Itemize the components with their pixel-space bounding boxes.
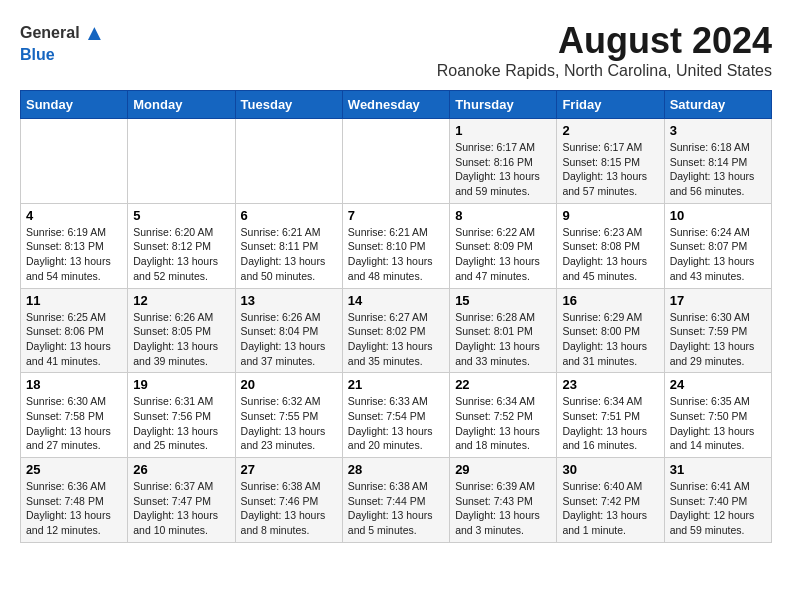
day-number: 22 [455, 377, 551, 392]
day-info: Sunrise: 6:24 AMSunset: 8:07 PMDaylight:… [670, 225, 766, 284]
day-info: Sunrise: 6:28 AMSunset: 8:01 PMDaylight:… [455, 310, 551, 369]
calendar-cell: 27Sunrise: 6:38 AMSunset: 7:46 PMDayligh… [235, 458, 342, 543]
day-info: Sunrise: 6:41 AMSunset: 7:40 PMDaylight:… [670, 479, 766, 538]
day-number: 7 [348, 208, 444, 223]
calendar-header-friday: Friday [557, 91, 664, 119]
day-info: Sunrise: 6:18 AMSunset: 8:14 PMDaylight:… [670, 140, 766, 199]
title-section: August 2024 Roanoke Rapids, North Caroli… [437, 20, 772, 80]
calendar-table: SundayMondayTuesdayWednesdayThursdayFrid… [20, 90, 772, 543]
day-number: 19 [133, 377, 229, 392]
day-number: 1 [455, 123, 551, 138]
day-number: 6 [241, 208, 337, 223]
day-number: 11 [26, 293, 122, 308]
day-number: 3 [670, 123, 766, 138]
day-info: Sunrise: 6:35 AMSunset: 7:50 PMDaylight:… [670, 394, 766, 453]
day-number: 28 [348, 462, 444, 477]
calendar-week-row: 1Sunrise: 6:17 AMSunset: 8:16 PMDaylight… [21, 119, 772, 204]
calendar-cell: 26Sunrise: 6:37 AMSunset: 7:47 PMDayligh… [128, 458, 235, 543]
day-info: Sunrise: 6:21 AMSunset: 8:10 PMDaylight:… [348, 225, 444, 284]
calendar-cell [21, 119, 128, 204]
logo-general-text: General [20, 24, 80, 42]
day-number: 23 [562, 377, 658, 392]
calendar-cell: 11Sunrise: 6:25 AMSunset: 8:06 PMDayligh… [21, 288, 128, 373]
calendar-cell: 24Sunrise: 6:35 AMSunset: 7:50 PMDayligh… [664, 373, 771, 458]
day-info: Sunrise: 6:31 AMSunset: 7:56 PMDaylight:… [133, 394, 229, 453]
calendar-cell: 3Sunrise: 6:18 AMSunset: 8:14 PMDaylight… [664, 119, 771, 204]
day-number: 9 [562, 208, 658, 223]
calendar-cell: 6Sunrise: 6:21 AMSunset: 8:11 PMDaylight… [235, 203, 342, 288]
day-number: 29 [455, 462, 551, 477]
day-number: 31 [670, 462, 766, 477]
day-number: 13 [241, 293, 337, 308]
subtitle: Roanoke Rapids, North Carolina, United S… [437, 62, 772, 80]
calendar-cell: 2Sunrise: 6:17 AMSunset: 8:15 PMDaylight… [557, 119, 664, 204]
calendar-cell: 10Sunrise: 6:24 AMSunset: 8:07 PMDayligh… [664, 203, 771, 288]
calendar-cell: 22Sunrise: 6:34 AMSunset: 7:52 PMDayligh… [450, 373, 557, 458]
day-info: Sunrise: 6:26 AMSunset: 8:05 PMDaylight:… [133, 310, 229, 369]
calendar-cell: 12Sunrise: 6:26 AMSunset: 8:05 PMDayligh… [128, 288, 235, 373]
logo-bird-icon: ▲ [84, 20, 106, 46]
day-info: Sunrise: 6:20 AMSunset: 8:12 PMDaylight:… [133, 225, 229, 284]
calendar-cell: 30Sunrise: 6:40 AMSunset: 7:42 PMDayligh… [557, 458, 664, 543]
calendar-header-tuesday: Tuesday [235, 91, 342, 119]
calendar-cell: 4Sunrise: 6:19 AMSunset: 8:13 PMDaylight… [21, 203, 128, 288]
day-number: 18 [26, 377, 122, 392]
calendar-week-row: 11Sunrise: 6:25 AMSunset: 8:06 PMDayligh… [21, 288, 772, 373]
day-info: Sunrise: 6:36 AMSunset: 7:48 PMDaylight:… [26, 479, 122, 538]
calendar-cell: 21Sunrise: 6:33 AMSunset: 7:54 PMDayligh… [342, 373, 449, 458]
day-info: Sunrise: 6:34 AMSunset: 7:51 PMDaylight:… [562, 394, 658, 453]
day-info: Sunrise: 6:17 AMSunset: 8:16 PMDaylight:… [455, 140, 551, 199]
page-header: General ▲ Blue August 2024 Roanoke Rapid… [20, 20, 772, 80]
day-info: Sunrise: 6:27 AMSunset: 8:02 PMDaylight:… [348, 310, 444, 369]
day-info: Sunrise: 6:30 AMSunset: 7:59 PMDaylight:… [670, 310, 766, 369]
day-info: Sunrise: 6:21 AMSunset: 8:11 PMDaylight:… [241, 225, 337, 284]
calendar-week-row: 18Sunrise: 6:30 AMSunset: 7:58 PMDayligh… [21, 373, 772, 458]
day-number: 26 [133, 462, 229, 477]
day-info: Sunrise: 6:34 AMSunset: 7:52 PMDaylight:… [455, 394, 551, 453]
calendar-cell: 7Sunrise: 6:21 AMSunset: 8:10 PMDaylight… [342, 203, 449, 288]
day-number: 17 [670, 293, 766, 308]
logo-blue-text: Blue [20, 46, 55, 64]
calendar-cell: 18Sunrise: 6:30 AMSunset: 7:58 PMDayligh… [21, 373, 128, 458]
day-number: 30 [562, 462, 658, 477]
day-info: Sunrise: 6:32 AMSunset: 7:55 PMDaylight:… [241, 394, 337, 453]
calendar-cell [235, 119, 342, 204]
day-info: Sunrise: 6:37 AMSunset: 7:47 PMDaylight:… [133, 479, 229, 538]
calendar-cell: 19Sunrise: 6:31 AMSunset: 7:56 PMDayligh… [128, 373, 235, 458]
day-info: Sunrise: 6:22 AMSunset: 8:09 PMDaylight:… [455, 225, 551, 284]
day-info: Sunrise: 6:26 AMSunset: 8:04 PMDaylight:… [241, 310, 337, 369]
day-number: 20 [241, 377, 337, 392]
calendar-cell: 15Sunrise: 6:28 AMSunset: 8:01 PMDayligh… [450, 288, 557, 373]
day-info: Sunrise: 6:29 AMSunset: 8:00 PMDaylight:… [562, 310, 658, 369]
day-number: 15 [455, 293, 551, 308]
calendar-cell: 16Sunrise: 6:29 AMSunset: 8:00 PMDayligh… [557, 288, 664, 373]
calendar-cell: 13Sunrise: 6:26 AMSunset: 8:04 PMDayligh… [235, 288, 342, 373]
day-number: 8 [455, 208, 551, 223]
day-number: 24 [670, 377, 766, 392]
day-number: 4 [26, 208, 122, 223]
day-info: Sunrise: 6:40 AMSunset: 7:42 PMDaylight:… [562, 479, 658, 538]
calendar-cell: 9Sunrise: 6:23 AMSunset: 8:08 PMDaylight… [557, 203, 664, 288]
calendar-cell: 23Sunrise: 6:34 AMSunset: 7:51 PMDayligh… [557, 373, 664, 458]
calendar-cell [128, 119, 235, 204]
calendar-cell: 1Sunrise: 6:17 AMSunset: 8:16 PMDaylight… [450, 119, 557, 204]
day-number: 5 [133, 208, 229, 223]
calendar-header-saturday: Saturday [664, 91, 771, 119]
day-info: Sunrise: 6:30 AMSunset: 7:58 PMDaylight:… [26, 394, 122, 453]
day-number: 21 [348, 377, 444, 392]
day-number: 16 [562, 293, 658, 308]
day-info: Sunrise: 6:33 AMSunset: 7:54 PMDaylight:… [348, 394, 444, 453]
calendar-cell: 31Sunrise: 6:41 AMSunset: 7:40 PMDayligh… [664, 458, 771, 543]
calendar-cell: 5Sunrise: 6:20 AMSunset: 8:12 PMDaylight… [128, 203, 235, 288]
day-number: 2 [562, 123, 658, 138]
day-info: Sunrise: 6:25 AMSunset: 8:06 PMDaylight:… [26, 310, 122, 369]
calendar-header-thursday: Thursday [450, 91, 557, 119]
calendar-cell: 20Sunrise: 6:32 AMSunset: 7:55 PMDayligh… [235, 373, 342, 458]
calendar-cell: 14Sunrise: 6:27 AMSunset: 8:02 PMDayligh… [342, 288, 449, 373]
calendar-week-row: 4Sunrise: 6:19 AMSunset: 8:13 PMDaylight… [21, 203, 772, 288]
day-info: Sunrise: 6:17 AMSunset: 8:15 PMDaylight:… [562, 140, 658, 199]
calendar-cell [342, 119, 449, 204]
calendar-cell: 25Sunrise: 6:36 AMSunset: 7:48 PMDayligh… [21, 458, 128, 543]
calendar-cell: 8Sunrise: 6:22 AMSunset: 8:09 PMDaylight… [450, 203, 557, 288]
calendar-header-wednesday: Wednesday [342, 91, 449, 119]
